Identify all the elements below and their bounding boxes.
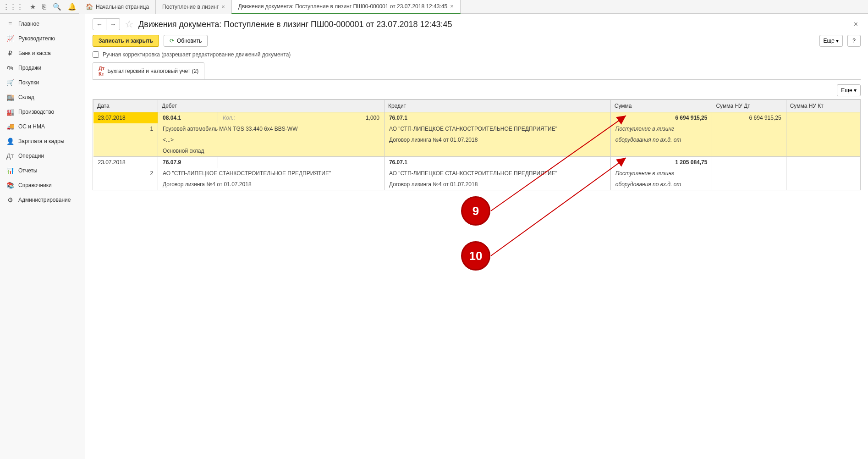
sidebar-item-label: Отчеты: [18, 167, 37, 174]
cell-sum: 1 205 084,75: [610, 157, 712, 168]
star-icon[interactable]: ★: [30, 3, 36, 11]
cell-cred-account: 76.07.1: [384, 157, 610, 168]
sidebar-item-sales[interactable]: 🛍Продажи: [0, 61, 85, 75]
cell-deb-sub1: АО "СТП-ЛИПЕЦКОЕ СТАНКОСТРОИТЕЛЬНОЕ ПРЕД…: [158, 168, 385, 179]
postings-table: Дата Дебет Кредит Сумма Сумма НУ Дт Сумм…: [93, 99, 861, 190]
tab-doc1[interactable]: Поступление в лизинг ×: [155, 0, 232, 14]
tab-doc2-label: Движения документа: Поступление в лизинг…: [238, 3, 447, 10]
table-row[interactable]: 23.07.2018 76.07.9 76.07.1 1 205 084,75: [93, 157, 860, 168]
close-icon[interactable]: ×: [450, 3, 454, 10]
forward-button[interactable]: →: [106, 18, 120, 30]
manual-correction-row: Ручная корректировка (разрешает редактир…: [85, 50, 868, 62]
sidebar: ≡Главное 📈Руководителю ₽Банк и касса 🛍Пр…: [0, 14, 85, 459]
nav-buttons: ← →: [93, 18, 120, 30]
bell-icon[interactable]: 🔔: [68, 3, 77, 11]
cell-nudt: 6 694 915,25: [712, 112, 786, 124]
sidebar-item-label: Склад: [18, 94, 34, 100]
table-row[interactable]: 23.07.2018 08.04.1 Кол.: 1,000 76.07.1 6…: [93, 112, 860, 124]
top-toolbar: ⋮⋮⋮ ★ ⎘ 🔍 🔔 🏠 Начальная страница Поступл…: [0, 0, 868, 14]
favorite-icon[interactable]: ☆: [125, 18, 134, 30]
col-nudt[interactable]: Сумма НУ Дт: [712, 100, 786, 112]
table-row[interactable]: 2 АО "СТП-ЛИПЕЦКОЕ СТАНКОСТРОИТЕЛЬНОЕ ПР…: [93, 168, 860, 179]
col-sum[interactable]: Сумма: [610, 100, 712, 112]
sidebar-item-label: Операции: [18, 153, 44, 159]
col-nukt[interactable]: Сумма НУ Кт: [786, 100, 860, 112]
cell-deb-sub1: Грузовой автомобиль MAN TGS 33.440 6x4 B…: [158, 123, 385, 134]
sidebar-item-operations[interactable]: ДтОперации: [0, 149, 85, 163]
cell-nukt: [786, 112, 860, 124]
save-close-button[interactable]: Записать и закрыть: [93, 35, 159, 47]
table-row[interactable]: Договор лизинга №4 от 01.07.2018 Договор…: [93, 179, 860, 190]
col-debit[interactable]: Дебет: [158, 100, 385, 112]
table-row[interactable]: <...> Договор лизинга №4 от 01.07.2018 о…: [93, 134, 860, 145]
page-header: ← → ☆ Движения документа: Поступление в …: [85, 14, 868, 32]
sidebar-item-bank[interactable]: ₽Банк и касса: [0, 46, 85, 61]
dtkt-icon: ДтКт: [99, 66, 104, 77]
sidebar-item-label: Производство: [18, 109, 54, 115]
tab-doc2[interactable]: Движения документа: Поступление в лизинг…: [231, 0, 461, 14]
sidebar-item-hr[interactable]: 👤Зарплата и кадры: [0, 134, 85, 149]
sidebar-item-assets[interactable]: 🚚ОС и НМА: [0, 119, 85, 134]
sidebar-item-label: Справочники: [18, 182, 52, 188]
cell-cred-sub2: Договор лизинга №4 от 01.07.2018: [384, 179, 610, 190]
back-button[interactable]: ←: [93, 18, 106, 30]
refresh-button[interactable]: ⟳Обновить: [164, 35, 208, 47]
cell-note1: Поступление в лизинг: [610, 168, 712, 179]
close-icon[interactable]: ×: [221, 3, 225, 10]
sidebar-item-main[interactable]: ≡Главное: [0, 17, 85, 31]
person-icon: 👤: [6, 138, 14, 145]
close-icon[interactable]: ×: [854, 20, 858, 28]
sidebar-item-label: Банк и касса: [18, 50, 51, 56]
books-icon: 📚: [6, 182, 14, 189]
sidebar-item-label: Администрирование: [18, 197, 71, 203]
annotation-bubble-9: 9: [461, 196, 490, 226]
warehouse-icon: 🏬: [6, 94, 14, 101]
sidebar-item-production[interactable]: 🏭Производство: [0, 105, 85, 119]
sidebar-item-purchases[interactable]: 🛒Покупки: [0, 75, 85, 90]
cell-deb-account: 76.07.9: [158, 157, 218, 168]
cell-deb-sub3: Основной склад: [158, 145, 385, 157]
sidebar-item-admin[interactable]: ⚙Администрирование: [0, 193, 85, 207]
search-icon[interactable]: 🔍: [53, 3, 61, 11]
sidebar-item-label: Руководителю: [18, 35, 55, 42]
sidebar-item-reports[interactable]: 📊Отчеты: [0, 163, 85, 178]
sidebar-item-manager[interactable]: 📈Руководителю: [0, 31, 85, 46]
system-icons: ⋮⋮⋮ ★ ⎘ 🔍 🔔: [0, 3, 79, 11]
cell-sum: 6 694 915,25: [610, 112, 712, 124]
more-button[interactable]: Еще ▾: [819, 35, 843, 47]
cell-note2: оборудования по вх.д. от: [610, 179, 712, 190]
sidebar-item-warehouse[interactable]: 🏬Склад: [0, 90, 85, 105]
tab-doc1-label: Поступление в лизинг: [162, 4, 219, 10]
col-credit[interactable]: Кредит: [384, 100, 610, 112]
apps-icon[interactable]: ⋮⋮⋮: [3, 3, 23, 11]
bag-icon: 🛍: [6, 64, 14, 72]
more-button-2[interactable]: Еще ▾: [837, 84, 861, 96]
sidebar-item-refs[interactable]: 📚Справочники: [0, 178, 85, 193]
factory-icon: 🏭: [6, 108, 14, 116]
page-title: Движения документа: Поступление в лизинг…: [138, 20, 452, 29]
cell-rownum: 1: [93, 123, 158, 134]
help-button[interactable]: ?: [847, 35, 861, 47]
manual-correction-checkbox[interactable]: [93, 51, 99, 58]
cell-deb-sub2: Договор лизинга №4 от 01.07.2018: [158, 179, 385, 190]
gear-icon: ⚙: [6, 196, 14, 204]
cell-cred-account: 76.07.1: [384, 112, 610, 124]
sidebar-item-label: Продажи: [18, 65, 41, 71]
refresh-icon: ⟳: [170, 38, 174, 44]
tab-home[interactable]: 🏠 Начальная страница: [79, 0, 156, 14]
cart-icon: 🛒: [6, 79, 14, 86]
qty-label: Кол.:: [223, 115, 235, 121]
cell-cred-sub2: Договор лизинга №4 от 01.07.2018: [384, 134, 610, 145]
sidebar-item-label: Зарплата и кадры: [18, 138, 64, 144]
cell-qty: 1,000: [255, 112, 384, 124]
copy-icon[interactable]: ⎘: [42, 3, 46, 11]
col-date[interactable]: Дата: [93, 100, 158, 112]
table-row[interactable]: Основной склад: [93, 145, 860, 157]
cell-cred-sub1: АО "СТП-ЛИПЕЦКОЕ СТАНКОСТРОИТЕЛЬНОЕ ПРЕД…: [384, 123, 610, 134]
cell-cred-sub1: АО "СТП-ЛИПЕЦКОЕ СТАНКОСТРОИТЕЛЬНОЕ ПРЕД…: [384, 168, 610, 179]
bars-icon: 📊: [6, 167, 14, 174]
table-row[interactable]: 1 Грузовой автомобиль MAN TGS 33.440 6x4…: [93, 123, 860, 134]
cell-deb-sub2: <...>: [158, 134, 385, 145]
cell-date: 23.07.2018: [93, 157, 158, 168]
tab-accounting[interactable]: ДтКт Бухгалтерский и налоговый учет (2): [93, 62, 204, 79]
